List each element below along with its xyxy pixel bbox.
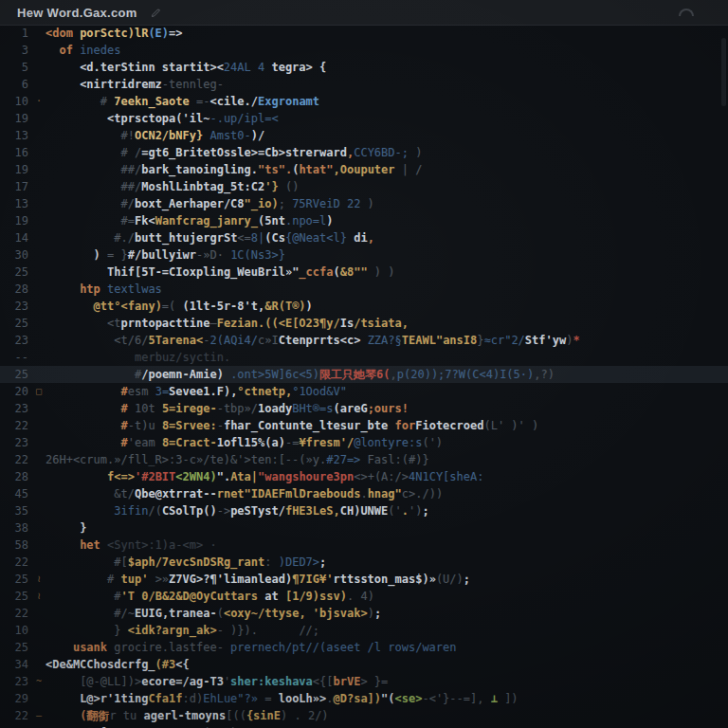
line-number[interactable]: 16 xyxy=(0,144,28,161)
line-number[interactable]: 58 xyxy=(0,537,28,554)
code-line[interactable]: 28f<=>'#2BIT<2WN4)".Ata|"wangshoure3pn<>… xyxy=(0,468,728,485)
code-line[interactable]: 6<nirtridremz-tennleg- xyxy=(0,76,728,93)
code-line[interactable]: 14#./butt_htujergrSt<=8|(Cs{@Neat<l} di, xyxy=(0,229,728,246)
code-token: #[ xyxy=(114,555,127,569)
code-line[interactable]: 16# /=gt6_BritetOssle>=Cb>strerward,CCY6… xyxy=(0,144,728,161)
code-token: -tbp»/ xyxy=(217,402,258,415)
code-line[interactable]: 25≀# tup' >»Z7VG>?¶'limanlead)¶7IG¥'rtts… xyxy=(0,571,728,588)
code-line[interactable]: 58het <Synt>:1)a-<m> · xyxy=(0,537,728,554)
code-text: #'T 0/B&2&D@OyCuttars at [1/9)ssv). 4) xyxy=(114,588,374,605)
code-line[interactable]: --merbuz/syctin. xyxy=(0,349,728,366)
code-token: ) xyxy=(94,248,107,262)
line-number[interactable]: 23 xyxy=(0,400,28,417)
code-line[interactable]: 25≀#'T 0/B&2&D@OyCuttars at [1/9)ssv). 4… xyxy=(0,588,728,605)
line-number[interactable]: 10 xyxy=(0,93,28,110)
line-number[interactable]: 22 xyxy=(0,417,28,434)
code-line[interactable]: 23@tt°<fany)=( (1lt-5r-8't,&R(T®)) xyxy=(0,298,728,315)
code-line[interactable]: 45&t/Qbe@xtrrat--rnet"IDAEFmlDraebouds.h… xyxy=(0,485,728,502)
code-line[interactable]: 28htp textlwas xyxy=(0,281,728,298)
code-line[interactable]: 25Thif[5T-=CIoxpling_WeuBril»"_ccfa(&8""… xyxy=(0,264,728,281)
line-number[interactable]: 25 xyxy=(0,315,28,332)
line-number[interactable]: 19 xyxy=(0,110,28,127)
code-line[interactable]: 25<tprntopacttine—Fezian.((<E[O23¶y/Is/t… xyxy=(0,315,728,332)
scrollbar-thumb[interactable] xyxy=(721,38,726,106)
code-line[interactable]: 10·# 7eekn_Saote =-<cile./Exgronamt xyxy=(0,93,728,110)
code-token: > }= xyxy=(360,675,388,688)
line-number[interactable]: 6 xyxy=(0,76,28,93)
code-line[interactable]: 17##/MoshlLinbtag_5t:C2'} () xyxy=(0,178,728,195)
code-line[interactable]: 1<dom porSctc)lR(E)=> xyxy=(0,25,728,42)
line-number[interactable]: 22 xyxy=(0,554,28,571)
line-number[interactable]: 13 xyxy=(0,195,28,212)
code-line[interactable]: 22#-t)u 8=Srvee:-fhar_Contunte_ltesur_bt… xyxy=(0,417,728,434)
code-line[interactable]: 19##/bark_tanoingling."ts".(htat",Oouput… xyxy=(0,161,728,178)
code-line[interactable]: 22#/~EUIG,tranea-(<oxy~/ttyse, 'bjsvak>)… xyxy=(0,605,728,622)
line-number[interactable]: 25 xyxy=(0,366,28,383)
line-number[interactable]: 23 xyxy=(0,434,28,451)
arc-icon[interactable] xyxy=(679,9,694,16)
code-text: @tt°<fany)=( (1lt-5r-8't,&R(T®)) xyxy=(94,298,313,315)
code-line[interactable]: 22—(翻銜r tu agerl-tmoyns[(({sinE) . 2/) xyxy=(0,707,728,724)
code-line[interactable]: 5<d.terStinn startit><24AL 4 tegra> { xyxy=(0,59,728,76)
code-text: } <idk?argn_ak>- )}). //; xyxy=(114,622,319,639)
code-line[interactable]: 25usank grocire.lastfee- prernech/pt//(a… xyxy=(0,639,728,656)
code-line[interactable]: 19<tprsctopa('il~-.up/ipl=< xyxy=(0,110,728,127)
code-line[interactable]: 23~[@-@LL])>ecore=/ag-T3'sher:keshava<{[… xyxy=(0,673,728,690)
code-line[interactable]: 19#=Fk<Wanfcrag_janry_(5nt.npo=l) xyxy=(0,212,728,229)
code-token: {sinE xyxy=(246,709,281,722)
line-number[interactable]: 22 xyxy=(0,451,28,468)
line-number[interactable]: 22 xyxy=(0,707,28,724)
code-line[interactable]: 34<De&MCChosdcrfg_(#3<{ xyxy=(0,656,728,673)
line-number[interactable]: 30 xyxy=(0,246,28,264)
code-line[interactable]: 23# 10t 5=irege--tbp»/1oadyBHt®=s(areG;o… xyxy=(0,400,728,417)
code-line[interactable]: 3of inedes xyxy=(0,42,728,59)
code-token: @D?sa]) xyxy=(334,692,382,705)
line-number[interactable]: 25 xyxy=(0,588,28,605)
line-number[interactable]: 17 xyxy=(0,178,28,195)
line-number[interactable]: 19 xyxy=(0,161,28,178)
line-number[interactable]: 38 xyxy=(0,519,28,537)
line-number[interactable]: 28 xyxy=(0,468,28,485)
line-number[interactable]: 3 xyxy=(0,42,28,59)
line-number[interactable]: 28 xyxy=(0,281,28,298)
code-token: ; xyxy=(279,197,292,210)
code-line[interactable]: 10} <idk?argn_ak>- )}). //; xyxy=(0,622,728,639)
code-line[interactable]: 353ifin/(CSolTp()->peSTyst/fHE3LeS,CH)UN… xyxy=(0,502,728,519)
code-line[interactable]: 2226H+<crum.»/fll_R>:3-c»/te)&'>ten:[--(… xyxy=(0,451,728,468)
code-line[interactable]: 23<t/6/5Tarena<-2(AQi4/c»ICtenprrts<c> Z… xyxy=(0,332,728,349)
line-number[interactable]: 14 xyxy=(0,229,28,246)
code-line[interactable]: 23#'eam 8=Cract-1ofl15%(a)-=¥fresm'/@lon… xyxy=(0,434,728,451)
line-number[interactable]: 29 xyxy=(0,690,28,707)
line-number[interactable]: 23 xyxy=(0,332,28,349)
line-number[interactable]: 19 xyxy=(0,212,28,229)
line-number[interactable]: 25 xyxy=(0,639,28,656)
code-line[interactable]: 30) = }#/bullyiwr-»D· 1C(Ns3>} xyxy=(0,246,728,264)
code-line[interactable]: /T&[t>-/ag-3'teos:(avE) 4· xyxy=(0,724,728,728)
code-text: } xyxy=(80,519,86,537)
line-number[interactable]: 25 xyxy=(0,264,28,281)
line-number[interactable]: 25 xyxy=(0,571,28,588)
code-line[interactable]: 13#/boxt_Aerhaper/C8"_io); 75RVeiD 22 ) xyxy=(0,195,728,212)
code-token: p(20));7?W(C<4)I(5·) xyxy=(397,368,535,381)
line-number[interactable]: 1 xyxy=(0,25,28,42)
code-line[interactable]: 25#/poemn-Amie) .ont>5W]6c<5)限工只她琴6(,p(2… xyxy=(0,366,728,383)
line-number[interactable]: 23 xyxy=(0,673,28,690)
code-line[interactable]: 13#!OCN2/bNFy} Amst0-)/ xyxy=(0,127,728,144)
code-line[interactable]: 22#[$aph/7evcSnDSRg_rant: )DED7>; xyxy=(0,554,728,571)
code-line[interactable]: 20□#esm 3=Sevee1.F),°ctnetp,°1Ood&V" xyxy=(0,383,728,400)
line-number[interactable]: 13 xyxy=(0,127,28,144)
line-number[interactable]: -- xyxy=(0,349,28,366)
pencil-icon[interactable] xyxy=(151,8,161,18)
code-token: MoshlLinbtag_5t:C2 xyxy=(141,180,264,193)
code-editor[interactable]: 1<dom porSctc)lR(E)=>3of inedes5<d.terSt… xyxy=(0,25,728,728)
code-line[interactable]: 38} xyxy=(0,519,728,537)
line-number[interactable]: 34 xyxy=(0,656,28,673)
line-number[interactable]: 20 xyxy=(0,383,28,400)
line-number[interactable]: 35 xyxy=(0,502,28,519)
line-number[interactable]: 45 xyxy=(0,485,28,502)
line-number[interactable]: 10 xyxy=(0,622,28,639)
line-number[interactable]: 5 xyxy=(0,59,28,76)
line-number[interactable]: 22 xyxy=(0,605,28,622)
code-line[interactable]: 29L@>r'1tingCfa1f:d)EhLue"?» = looLh»>.@… xyxy=(0,690,728,707)
line-number[interactable]: 23 xyxy=(0,298,28,315)
